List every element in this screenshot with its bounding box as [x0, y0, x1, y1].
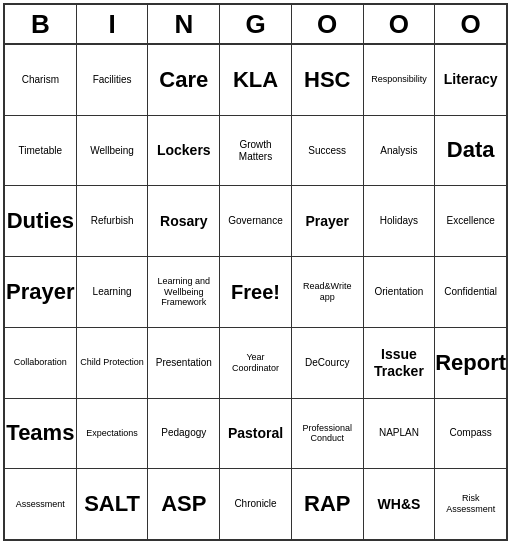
bingo-cell-4-0: Collaboration [5, 328, 77, 398]
cell-text: Assessment [16, 499, 65, 510]
cell-text: Confidential [444, 286, 497, 298]
bingo-cell-2-5: Holidays [364, 186, 436, 256]
bingo-cell-6-4: RAP [292, 469, 364, 539]
bingo-cell-6-3: Chronicle [220, 469, 292, 539]
bingo-body: CharismFacilitiesCareKLAHSCResponsibilit… [5, 45, 506, 539]
header-cell-i: I [77, 5, 149, 45]
bingo-row-4: CollaborationChild ProtectionPresentatio… [5, 328, 506, 399]
cell-text: Responsibility [371, 74, 427, 85]
bingo-cell-2-0: Duties [5, 186, 77, 256]
bingo-row-2: DutiesRefurbishRosaryGovernancePrayerHol… [5, 186, 506, 257]
bingo-cell-2-3: Governance [220, 186, 292, 256]
bingo-cell-4-1: Child Protection [77, 328, 149, 398]
bingo-cell-3-0: Prayer [5, 257, 77, 327]
bingo-cell-5-3: Pastoral [220, 399, 292, 469]
bingo-card: BINGOOO CharismFacilitiesCareKLAHSCRespo… [3, 3, 508, 541]
cell-text: Duties [7, 208, 74, 234]
bingo-cell-4-3: Year Coordinator [220, 328, 292, 398]
bingo-cell-5-6: Compass [435, 399, 506, 469]
cell-text: Wellbeing [90, 145, 134, 157]
cell-text: Orientation [374, 286, 423, 298]
cell-text: Governance [228, 215, 282, 227]
bingo-cell-4-5: Issue Tracker [364, 328, 436, 398]
bingo-row-6: AssessmentSALTASPChronicleRAPWH&SRisk As… [5, 469, 506, 539]
bingo-cell-1-1: Wellbeing [77, 116, 149, 186]
bingo-row-5: TeamsExpectationsPedagogyPastoralProfess… [5, 399, 506, 470]
cell-text: Charism [22, 74, 59, 86]
bingo-cell-6-1: SALT [77, 469, 149, 539]
bingo-cell-0-0: Charism [5, 45, 77, 115]
cell-text: KLA [233, 67, 278, 93]
bingo-cell-3-3: Free! [220, 257, 292, 327]
bingo-cell-5-4: Professional Conduct [292, 399, 364, 469]
cell-text: Literacy [444, 71, 498, 88]
header-cell-n: N [148, 5, 220, 45]
cell-text: Chronicle [234, 498, 276, 510]
cell-text: Risk Assessment [438, 493, 503, 515]
bingo-cell-3-6: Confidential [435, 257, 506, 327]
cell-text: SALT [84, 491, 140, 517]
cell-text: Free! [231, 280, 280, 304]
bingo-cell-6-0: Assessment [5, 469, 77, 539]
cell-text: Analysis [380, 145, 417, 157]
cell-text: Holidays [380, 215, 418, 227]
bingo-cell-5-1: Expectations [77, 399, 149, 469]
cell-text: DeCourcy [305, 357, 349, 369]
cell-text: Success [308, 145, 346, 157]
cell-text: Pedagogy [161, 427, 206, 439]
cell-text: Issue Tracker [367, 346, 432, 380]
cell-text: Refurbish [91, 215, 134, 227]
bingo-cell-4-4: DeCourcy [292, 328, 364, 398]
bingo-cell-2-1: Refurbish [77, 186, 149, 256]
bingo-cell-3-4: Read&Write app [292, 257, 364, 327]
bingo-cell-2-2: Rosary [148, 186, 220, 256]
cell-text: ASP [161, 491, 206, 517]
header-cell-b: B [5, 5, 77, 45]
bingo-row-3: PrayerLearningLearning and Wellbeing Fra… [5, 257, 506, 328]
cell-text: Growth Matters [223, 139, 288, 163]
bingo-cell-2-6: Excellence [435, 186, 506, 256]
bingo-cell-1-5: Analysis [364, 116, 436, 186]
bingo-cell-1-2: Lockers [148, 116, 220, 186]
cell-text: Report [435, 350, 506, 376]
cell-text: Care [159, 67, 208, 93]
bingo-cell-3-2: Learning and Wellbeing Framework [148, 257, 220, 327]
bingo-cell-2-4: Prayer [292, 186, 364, 256]
bingo-row-0: CharismFacilitiesCareKLAHSCResponsibilit… [5, 45, 506, 116]
cell-text: Timetable [19, 145, 63, 157]
cell-text: Learning and Wellbeing Framework [151, 276, 216, 308]
bingo-cell-5-0: Teams [5, 399, 77, 469]
cell-text: Learning [93, 286, 132, 298]
bingo-cell-1-0: Timetable [5, 116, 77, 186]
bingo-row-1: TimetableWellbeingLockersGrowth MattersS… [5, 116, 506, 187]
cell-text: Teams [6, 420, 74, 446]
cell-text: Compass [450, 427, 492, 439]
cell-text: Prayer [305, 213, 349, 230]
header-cell-o: O [364, 5, 436, 45]
bingo-cell-6-2: ASP [148, 469, 220, 539]
bingo-cell-6-5: WH&S [364, 469, 436, 539]
cell-text: Professional Conduct [295, 423, 360, 445]
bingo-cell-0-2: Care [148, 45, 220, 115]
bingo-cell-0-4: HSC [292, 45, 364, 115]
cell-text: Excellence [446, 215, 494, 227]
header-cell-o: O [292, 5, 364, 45]
cell-text: Presentation [156, 357, 212, 369]
cell-text: Year Coordinator [223, 352, 288, 374]
cell-text: Pastoral [228, 425, 283, 442]
cell-text: Read&Write app [295, 281, 360, 303]
header-cell-g: G [220, 5, 292, 45]
cell-text: Collaboration [14, 357, 67, 368]
cell-text: Expectations [86, 428, 138, 439]
header-cell-o: O [435, 5, 506, 45]
bingo-cell-0-3: KLA [220, 45, 292, 115]
bingo-cell-1-4: Success [292, 116, 364, 186]
cell-text: Child Protection [80, 357, 144, 368]
bingo-cell-3-1: Learning [77, 257, 149, 327]
bingo-header: BINGOOO [5, 5, 506, 45]
bingo-cell-4-2: Presentation [148, 328, 220, 398]
cell-text: Prayer [6, 279, 75, 305]
bingo-cell-4-6: Report [435, 328, 506, 398]
bingo-cell-6-6: Risk Assessment [435, 469, 506, 539]
bingo-cell-5-2: Pedagogy [148, 399, 220, 469]
